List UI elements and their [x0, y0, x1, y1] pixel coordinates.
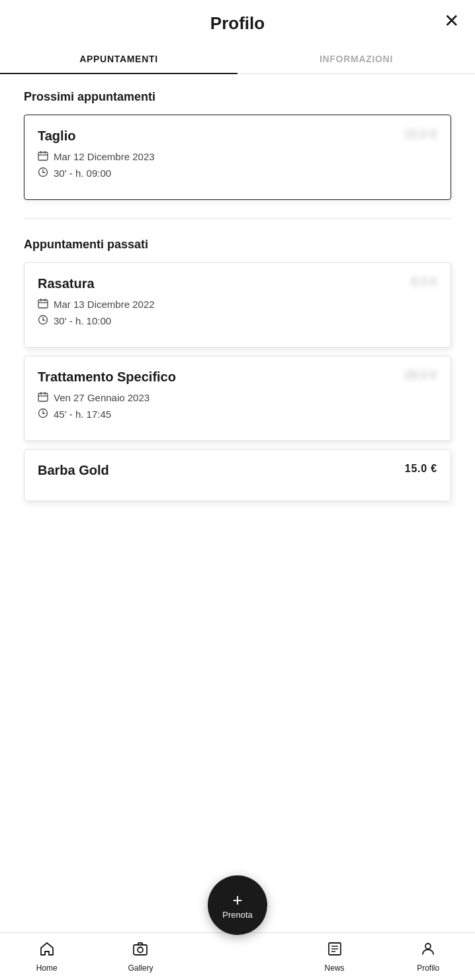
svg-rect-0 [38, 152, 48, 160]
prenota-button[interactable]: + Prenota [208, 875, 267, 935]
upcoming-appointment-card[interactable]: Taglio 15.0 € Mar 12 Dicembre 2023 30' -… [24, 115, 451, 200]
nav-label-gallery: Gallery [128, 963, 153, 973]
past-appointment-card-1[interactable]: Trattamento Specifico 28.0 € Ven 27 Genn… [24, 356, 451, 441]
past-section-title: Appuntamenti passati [24, 238, 451, 252]
news-icon [327, 941, 343, 961]
nav-item-home[interactable]: Home [21, 941, 73, 973]
card-header: Trattamento Specifico 28.0 € [38, 369, 437, 385]
service-name: Taglio [38, 128, 75, 144]
main-content: Prossimi appuntamenti Taglio 15.0 € Mar … [0, 74, 475, 594]
calendar-icon [38, 150, 48, 163]
card-price: 28.0 € [405, 369, 437, 381]
card-time: 30' - h. 09:00 [38, 167, 437, 179]
fab-container: + Prenota [208, 875, 267, 935]
card-header: Taglio 15.0 € [38, 128, 437, 144]
tab-informazioni[interactable]: INFORMAZIONI [238, 44, 475, 74]
camera-icon [132, 941, 148, 961]
tab-appuntamenti[interactable]: APPUNTAMENTI [0, 44, 238, 74]
nav-label-news: News [325, 963, 345, 973]
service-name: Rasatura [38, 276, 95, 291]
svg-rect-7 [38, 300, 48, 308]
card-date: Mar 13 Dicembre 2022 [38, 298, 437, 311]
past-appointment-card-0[interactable]: Rasatura 8.0 € Mar 13 Dicembre 2022 30' … [24, 262, 451, 348]
upcoming-section: Prossimi appuntamenti Taglio 15.0 € Mar … [24, 90, 451, 200]
nav-label-profilo: Profilo [417, 963, 439, 973]
calendar-icon [38, 391, 48, 404]
svg-rect-14 [38, 393, 48, 401]
past-appointment-card-2[interactable]: Barba Gold 15.0 € [24, 449, 451, 501]
section-divider [24, 219, 451, 219]
fab-label: Prenota [222, 910, 253, 920]
page-title: Profilo [210, 13, 265, 34]
fab-plus-icon: + [232, 891, 242, 908]
clock-icon [38, 315, 48, 327]
calendar-icon [38, 298, 48, 311]
header: Profilo ✕ [0, 0, 475, 44]
service-name: Barba Gold [38, 463, 109, 478]
close-button[interactable]: ✕ [444, 12, 459, 30]
clock-icon [38, 408, 48, 420]
card-time: 45' - h. 17:45 [38, 408, 437, 420]
card-header: Rasatura 8.0 € [38, 276, 437, 291]
card-price: 15.0 € [405, 128, 437, 140]
card-date: Ven 27 Gennaio 2023 [38, 391, 437, 404]
nav-label-home: Home [36, 963, 58, 973]
past-section: Appuntamenti passati Rasatura 8.0 € Mar … [24, 238, 451, 501]
nav-item-profilo[interactable]: Profilo [402, 941, 454, 973]
home-icon [39, 941, 55, 961]
card-date: Mar 12 Dicembre 2023 [38, 150, 437, 163]
card-price: 8.0 € [411, 276, 437, 288]
person-icon [420, 941, 436, 961]
service-name: Trattamento Specifico [38, 369, 176, 385]
svg-point-27 [425, 944, 431, 949]
bottom-nav: Home Gallery News Profilo [0, 932, 475, 980]
nav-item-news[interactable]: News [308, 941, 361, 973]
upcoming-section-title: Prossimi appuntamenti [24, 90, 451, 104]
nav-item-gallery[interactable]: Gallery [114, 941, 167, 973]
clock-icon [38, 167, 48, 179]
tabs-container: APPUNTAMENTI INFORMAZIONI [0, 44, 475, 74]
svg-point-22 [138, 947, 143, 952]
svg-rect-21 [134, 945, 147, 955]
card-price: 15.0 € [405, 463, 437, 475]
card-time: 30' - h. 10:00 [38, 315, 437, 327]
card-header: Barba Gold 15.0 € [38, 463, 437, 478]
